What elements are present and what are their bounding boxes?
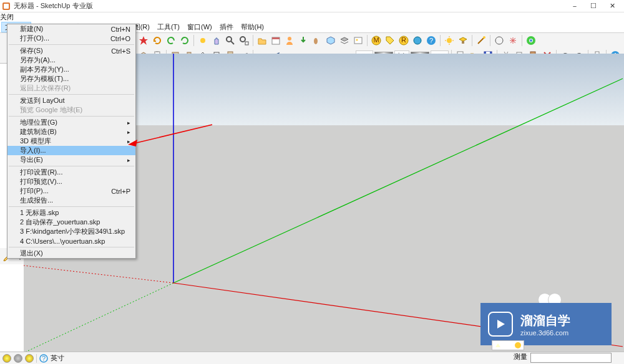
svg-point-18 bbox=[414, 37, 421, 44]
menu-saveas[interactable]: 另存为(A)... bbox=[7, 55, 135, 65]
minimize-button[interactable]: − bbox=[565, 0, 584, 12]
status-circle-1[interactable] bbox=[2, 354, 11, 363]
svg-rect-7 bbox=[245, 42, 248, 45]
menu-recent-1[interactable]: 1 无标题.skp bbox=[7, 208, 135, 218]
menu-building[interactable]: 建筑制造(B)▸ bbox=[7, 127, 135, 136]
svg-text:R: R bbox=[401, 36, 406, 44]
footprint-icon[interactable] bbox=[311, 34, 323, 47]
people-icon[interactable] bbox=[283, 34, 296, 47]
cube-icon[interactable] bbox=[324, 34, 337, 47]
svg-point-10 bbox=[288, 37, 291, 41]
close-button[interactable]: ✕ bbox=[603, 0, 622, 12]
star-icon[interactable] bbox=[137, 34, 150, 47]
watermark: 溜溜自学 zixue.3d66.com bbox=[480, 303, 612, 345]
svg-text:?: ? bbox=[429, 37, 433, 44]
tag-icon[interactable] bbox=[384, 34, 396, 47]
status-circle-2[interactable] bbox=[14, 354, 22, 363]
menu-plugin[interactable]: 插件 bbox=[216, 22, 237, 32]
help-icon[interactable]: ? bbox=[425, 34, 437, 47]
menu-exit[interactable]: 退出(X) bbox=[7, 249, 135, 258]
watermark-text-2: zixue.3d66.com bbox=[520, 329, 570, 337]
r-circle-icon[interactable]: R bbox=[397, 34, 410, 47]
globe-icon[interactable] bbox=[411, 34, 424, 47]
menu-report[interactable]: 生成报告... bbox=[7, 196, 135, 205]
svg-text:M: M bbox=[373, 36, 379, 44]
measure-label: 测量 bbox=[514, 352, 527, 362]
svg-point-28 bbox=[483, 36, 485, 39]
wand-icon[interactable] bbox=[475, 34, 487, 47]
svg-point-29 bbox=[495, 37, 503, 44]
svg-point-3 bbox=[200, 38, 205, 43]
svg-line-65 bbox=[24, 266, 173, 283]
sun-icon[interactable] bbox=[197, 34, 209, 47]
svg-line-27 bbox=[478, 37, 484, 44]
menu-print[interactable]: 打印(P)...Ctrl+P bbox=[7, 186, 135, 196]
menu-recent-2[interactable]: 2 自动保存_youertuan.skp bbox=[7, 218, 135, 227]
status-circle-3[interactable] bbox=[25, 354, 34, 363]
app-icon bbox=[2, 2, 10, 10]
graduation-icon[interactable] bbox=[457, 34, 469, 47]
shadow-toggle[interactable] bbox=[492, 340, 524, 350]
svg-rect-12 bbox=[354, 37, 362, 44]
menu-savecopy[interactable]: 副本另存为(Y)... bbox=[7, 65, 135, 74]
svg-point-6 bbox=[240, 37, 245, 42]
arrow-down-icon[interactable] bbox=[297, 34, 310, 47]
menu-save[interactable]: 保存(S)Ctrl+S bbox=[7, 46, 135, 55]
redo-icon[interactable] bbox=[178, 34, 191, 47]
menu-new[interactable]: 新建(N)Ctrl+N bbox=[7, 24, 135, 34]
menu-recent-4[interactable]: 4 C:\Users\...\youertuan.skp bbox=[7, 236, 135, 246]
svg-rect-9 bbox=[272, 37, 280, 39]
explode-icon[interactable] bbox=[507, 34, 519, 47]
menu-export[interactable]: 导出(E)▸ bbox=[7, 155, 135, 165]
svg-rect-1 bbox=[4, 4, 9, 9]
status-unit: 英寸 bbox=[51, 353, 64, 363]
svg-marker-66 bbox=[497, 320, 505, 328]
m-circle-icon[interactable]: M bbox=[370, 34, 383, 47]
title-bar: 无标题 - SketchUp 专业版 − ☐ ✕ bbox=[0, 0, 624, 12]
maximize-button[interactable]: ☐ bbox=[584, 0, 603, 12]
refresh-icon[interactable] bbox=[151, 34, 163, 47]
calendar-icon[interactable] bbox=[270, 34, 282, 47]
menu-savetemplate[interactable]: 另存为模板(T)... bbox=[7, 74, 135, 84]
menu-help[interactable]: 帮助(H) bbox=[237, 22, 268, 32]
svg-point-69 bbox=[515, 342, 521, 348]
svg-line-62 bbox=[173, 79, 623, 283]
menu-geolocation[interactable]: 地理位置(G)▸ bbox=[7, 118, 135, 127]
help-status-icon[interactable]: ? bbox=[39, 354, 48, 363]
folder-icon[interactable] bbox=[256, 34, 268, 47]
menu-window[interactable]: 窗口(W) bbox=[183, 22, 216, 32]
hand-icon[interactable] bbox=[210, 34, 223, 47]
undo-icon[interactable] bbox=[165, 34, 177, 47]
menu-open[interactable]: 打开(O)...Ctrl+O bbox=[7, 34, 135, 43]
svg-rect-38 bbox=[156, 51, 158, 52]
svg-point-4 bbox=[227, 37, 232, 42]
svg-marker-2 bbox=[139, 36, 148, 45]
menu-tools[interactable]: 工具(T) bbox=[154, 22, 183, 32]
watermark-text-1: 溜溜自学 bbox=[520, 312, 570, 329]
svg-point-36 bbox=[530, 39, 532, 42]
window-title: 无标题 - SketchUp 专业版 bbox=[14, 1, 565, 11]
svg-line-5 bbox=[231, 41, 234, 44]
menu-printsetup[interactable]: 打印设置(R)... bbox=[7, 168, 135, 177]
circle-icon[interactable] bbox=[493, 34, 505, 47]
svg-point-21 bbox=[447, 38, 452, 43]
menu-printpreview[interactable]: 打印预览(V)... bbox=[7, 177, 135, 186]
file-menu-dropdown: 新建(N)Ctrl+N 打开(O)...Ctrl+O 保存(S)Ctrl+S 另… bbox=[7, 24, 136, 259]
zoom-extents-icon[interactable] bbox=[238, 34, 250, 47]
zoom-icon[interactable] bbox=[224, 34, 236, 47]
image-icon[interactable] bbox=[352, 34, 364, 47]
chrome-icon[interactable] bbox=[525, 34, 537, 47]
sun2-icon[interactable] bbox=[443, 34, 456, 47]
svg-rect-26 bbox=[462, 41, 464, 44]
layers-icon[interactable] bbox=[338, 34, 351, 47]
close-tab-label[interactable]: 关闭 bbox=[0, 12, 624, 22]
play-icon bbox=[488, 312, 513, 337]
svg-point-11 bbox=[314, 38, 318, 44]
menu-recent-3[interactable]: 3 F:\kindgarten\小学校园349\1.skp bbox=[7, 227, 135, 236]
menu-3dwarehouse[interactable]: 3D 模型库▸ bbox=[7, 136, 135, 146]
menu-sendto-layout[interactable]: 发送到 LayOut bbox=[7, 96, 135, 105]
measurement-input[interactable] bbox=[530, 353, 612, 363]
svg-point-13 bbox=[356, 39, 358, 41]
svg-text:?: ? bbox=[42, 355, 46, 362]
menu-import[interactable]: 导入(I)... bbox=[7, 146, 135, 155]
